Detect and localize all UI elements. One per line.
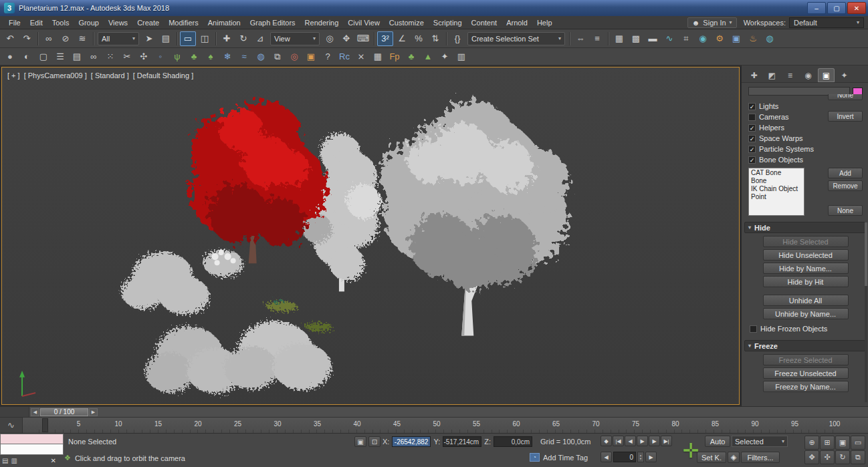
next-key-button[interactable]: ▶ xyxy=(645,452,657,462)
bone-list-item[interactable]: Bone xyxy=(751,177,802,185)
blue-circle-icon[interactable]: ◍ xyxy=(253,49,269,64)
help-icon[interactable]: ? xyxy=(320,49,336,64)
shrub-cluster[interactable] xyxy=(121,250,332,394)
perspective-viewport[interactable]: [ + ] [ PhysCamera009 ] [ Standard ] [ D… xyxy=(1,67,740,405)
menu-content[interactable]: Content xyxy=(467,17,502,29)
rendered-frame-window-icon[interactable]: ▣ xyxy=(728,31,744,46)
add-button[interactable]: Add xyxy=(828,168,863,178)
none-button[interactable]: None xyxy=(828,205,863,216)
listener-input-row[interactable] xyxy=(0,444,64,455)
pinwheel-icon[interactable]: ✣ xyxy=(136,49,152,64)
target-icon[interactable]: ◎ xyxy=(286,49,302,64)
minimize-button[interactable]: – xyxy=(807,2,826,14)
selection-filter-select[interactable]: All ▾ xyxy=(98,32,139,45)
redo-icon[interactable]: ↷ xyxy=(19,31,35,46)
unhide-by-name-button[interactable]: Unhide by Name... xyxy=(763,308,849,319)
cutter-icon[interactable]: ⨯ xyxy=(353,49,369,64)
filters-button[interactable]: Filters... xyxy=(741,452,780,463)
cube-icon[interactable]: ▣ xyxy=(303,49,319,64)
list-view-icon[interactable]: ☰ xyxy=(52,49,68,64)
fp-button[interactable]: Fp xyxy=(387,49,403,64)
large-gray-tree[interactable] xyxy=(380,101,569,335)
angle-snap-icon[interactable]: ∠ xyxy=(394,31,410,46)
menu-create[interactable]: Create xyxy=(132,17,164,29)
bind-to-space-warp-icon[interactable]: ≋ xyxy=(74,31,90,46)
next-frame-button[interactable]: ▶ xyxy=(649,436,660,446)
hide-frozen-objects-checkbox[interactable]: Hide Frozen Objects xyxy=(750,323,863,334)
tab-display[interactable]: ▣ xyxy=(818,68,835,82)
render-setup-icon[interactable]: ⚙ xyxy=(712,31,728,46)
wind-icon[interactable]: ≈ xyxy=(236,49,252,64)
select-and-move-icon[interactable]: ✚ xyxy=(219,31,235,46)
app-icon[interactable]: 3 xyxy=(4,3,15,13)
snaps-toggle-icon[interactable]: 3² xyxy=(377,31,393,46)
menu-file[interactable]: File xyxy=(4,17,25,29)
play-button[interactable]: ▶ xyxy=(637,436,648,446)
select-object-icon[interactable]: ➤ xyxy=(141,31,157,46)
zoom-region-icon[interactable]: ▭ xyxy=(851,436,865,450)
x-coordinate-field[interactable]: -26542,882 xyxy=(392,436,431,447)
unhide-all-button[interactable]: Unhide All xyxy=(763,295,849,306)
selection-lock-toggle[interactable]: ⊡ xyxy=(368,436,381,447)
clone-icon[interactable]: ⧉ xyxy=(269,49,286,64)
viewport-label-part[interactable]: [ Standard ] xyxy=(91,71,129,80)
current-frame-marker[interactable] xyxy=(42,418,48,432)
rectangular-selection-region-icon[interactable]: ▭ xyxy=(180,31,196,46)
hemisphere-icon[interactable]: ◐ xyxy=(19,49,35,64)
scissors-icon[interactable]: ✂ xyxy=(119,49,135,64)
undo-icon[interactable]: ↶ xyxy=(2,31,18,46)
walk-through-icon[interactable]: ✣ xyxy=(820,450,835,464)
previous-frame-arrow[interactable]: ◀ xyxy=(31,408,39,416)
tab-create[interactable]: ✚ xyxy=(746,68,762,82)
detail-list-icon[interactable]: ▤ xyxy=(69,49,85,64)
category-none-button[interactable]: None xyxy=(828,94,863,100)
viewport-label-part[interactable]: [ Default Shading ] xyxy=(133,71,194,80)
next-frame-arrow[interactable]: ▶ xyxy=(89,408,98,416)
sparkle-icon[interactable]: ✦ xyxy=(437,49,453,64)
menu-civil-view[interactable]: Civil View xyxy=(343,17,384,29)
close-button[interactable]: ✕ xyxy=(847,2,866,14)
select-and-manipulate-icon[interactable]: ✥ xyxy=(338,31,354,46)
edit-named-selection-sets-icon[interactable]: {} xyxy=(449,31,465,46)
tab-utilities[interactable]: ✦ xyxy=(836,68,853,82)
use-pivot-point-icon[interactable]: ◎ xyxy=(322,31,338,46)
bone-list-item[interactable]: Point xyxy=(751,193,802,201)
mini-curve-editor-button[interactable]: ∿ xyxy=(0,418,23,433)
render-iterative-icon[interactable]: ◍ xyxy=(762,31,778,46)
scatter-dots-icon[interactable]: ⁙ xyxy=(102,49,118,64)
conifer-icon[interactable]: ♣ xyxy=(403,49,419,64)
frame-ruler[interactable]: 5 10 15 20 25 30 35 40 45 50 55 60 xyxy=(23,418,868,433)
freeze-by-name-button[interactable]: Freeze by Name... xyxy=(763,381,849,392)
bone-objects-list[interactable]: CAT Bone Bone IK Chain Object Point xyxy=(748,168,804,216)
menu-rendering[interactable]: Rendering xyxy=(300,17,344,29)
menu-graph-editors[interactable]: Graph Editors xyxy=(245,17,300,29)
macro-recorder-row[interactable] xyxy=(0,434,64,444)
freeze-selected-button[interactable]: Freeze Selected xyxy=(763,354,849,365)
rc-button[interactable]: Rc xyxy=(336,49,352,64)
render-production-icon[interactable]: ♨ xyxy=(745,31,761,46)
checkbox-helpers[interactable]: ✓ Helpers xyxy=(748,122,863,133)
sphere-icon[interactable]: ● xyxy=(2,49,18,64)
isolate-selection-toggle[interactable]: ▣ xyxy=(354,436,366,447)
freeze-unselected-button[interactable]: Freeze Unselected xyxy=(763,367,849,379)
snowflake-icon[interactable]: ❄ xyxy=(219,49,235,64)
document-icon[interactable]: ▢ xyxy=(35,49,51,64)
toggle-ribbon-icon[interactable]: ▬ xyxy=(645,31,661,46)
checkbox-space-warps[interactable]: ✓ Space Warps xyxy=(748,133,863,144)
time-slider-track[interactable]: ◀ 0 / 100 ▶ xyxy=(29,407,868,417)
viewport-label-part[interactable]: [ PhysCamera009 ] xyxy=(24,71,87,80)
checkbox-particle-systems[interactable]: ✓ Particle Systems xyxy=(748,144,863,154)
key-filters-icon[interactable]: ◈ xyxy=(728,452,740,463)
keyboard-shortcut-override-icon[interactable]: ⌨ xyxy=(355,31,371,46)
orbit-icon[interactable]: ↻ xyxy=(835,450,850,464)
maximize-viewport-icon[interactable]: ⧉ xyxy=(851,450,865,464)
leaf-icon[interactable]: ♣ xyxy=(186,49,202,64)
viewport-label-part[interactable]: [ + ] xyxy=(7,71,20,80)
named-selection-set-select[interactable]: Create Selection Set ▾ xyxy=(467,32,565,45)
bone-list-item[interactable]: IK Chain Object xyxy=(751,185,802,193)
remove-button[interactable]: Remove xyxy=(828,180,863,191)
open-listener-icon[interactable]: ▥ xyxy=(11,457,17,464)
menu-modifiers[interactable]: Modifiers xyxy=(164,17,203,29)
schematic-view-icon[interactable]: ⌗ xyxy=(678,31,694,46)
mirror-icon[interactable]: ⇔ xyxy=(572,31,588,46)
